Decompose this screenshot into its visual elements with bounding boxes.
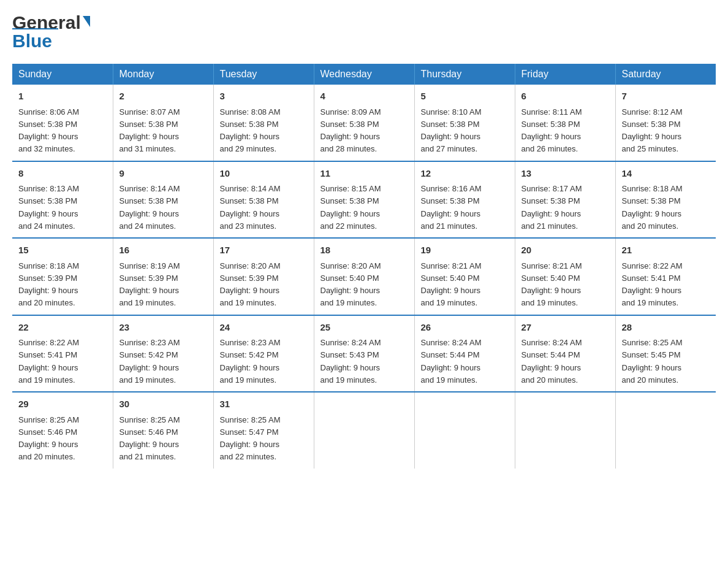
day-number: 25 <box>320 321 408 335</box>
week-row-5: 29Sunrise: 8:25 AMSunset: 5:46 PMDayligh… <box>12 392 716 469</box>
day-info: Sunrise: 8:23 AMSunset: 5:42 PMDaylight:… <box>220 338 281 385</box>
day-info: Sunrise: 8:20 AMSunset: 5:40 PMDaylight:… <box>320 261 381 308</box>
calendar-cell: 18Sunrise: 8:20 AMSunset: 5:40 PMDayligh… <box>314 238 414 315</box>
day-info: Sunrise: 8:21 AMSunset: 5:40 PMDaylight:… <box>421 261 482 308</box>
calendar-cell: 30Sunrise: 8:25 AMSunset: 5:46 PMDayligh… <box>113 392 213 469</box>
calendar-cell <box>314 392 414 469</box>
calendar-cell <box>515 392 615 469</box>
day-number: 24 <box>220 321 308 335</box>
day-info: Sunrise: 8:24 AMSunset: 5:44 PMDaylight:… <box>521 338 582 385</box>
day-info: Sunrise: 8:25 AMSunset: 5:46 PMDaylight:… <box>119 415 180 462</box>
day-info: Sunrise: 8:10 AMSunset: 5:38 PMDaylight:… <box>421 107 482 154</box>
calendar-cell: 20Sunrise: 8:21 AMSunset: 5:40 PMDayligh… <box>515 238 615 315</box>
day-number: 5 <box>421 90 509 104</box>
day-number: 31 <box>220 397 308 412</box>
day-info: Sunrise: 8:15 AMSunset: 5:38 PMDaylight:… <box>320 184 381 231</box>
page-header: General Blue <box>12 12 716 52</box>
day-number: 29 <box>18 397 107 412</box>
header-sunday: Sunday <box>12 64 113 85</box>
header-friday: Friday <box>515 64 615 85</box>
day-info: Sunrise: 8:25 AMSunset: 5:45 PMDaylight:… <box>622 338 683 385</box>
header-wednesday: Wednesday <box>314 64 414 85</box>
day-info: Sunrise: 8:14 AMSunset: 5:38 PMDaylight:… <box>119 184 180 231</box>
logo: General Blue <box>12 12 90 52</box>
calendar-cell: 3Sunrise: 8:08 AMSunset: 5:38 PMDaylight… <box>213 85 314 161</box>
day-info: Sunrise: 8:17 AMSunset: 5:38 PMDaylight:… <box>521 184 582 231</box>
calendar-cell: 23Sunrise: 8:23 AMSunset: 5:42 PMDayligh… <box>113 315 213 393</box>
day-number: 9 <box>119 167 207 181</box>
day-number: 15 <box>18 243 107 258</box>
day-info: Sunrise: 8:06 AMSunset: 5:38 PMDaylight:… <box>18 107 79 154</box>
day-info: Sunrise: 8:18 AMSunset: 5:38 PMDaylight:… <box>622 184 683 231</box>
day-info: Sunrise: 8:07 AMSunset: 5:38 PMDaylight:… <box>119 107 180 154</box>
day-info: Sunrise: 8:24 AMSunset: 5:44 PMDaylight:… <box>421 338 482 385</box>
calendar-cell: 24Sunrise: 8:23 AMSunset: 5:42 PMDayligh… <box>213 315 314 393</box>
calendar-cell: 6Sunrise: 8:11 AMSunset: 5:38 PMDaylight… <box>515 85 615 161</box>
calendar-cell: 16Sunrise: 8:19 AMSunset: 5:39 PMDayligh… <box>113 238 213 315</box>
day-number: 11 <box>320 167 408 181</box>
calendar-cell: 21Sunrise: 8:22 AMSunset: 5:41 PMDayligh… <box>615 238 716 315</box>
day-number: 20 <box>521 243 609 258</box>
day-number: 17 <box>220 243 308 258</box>
day-number: 7 <box>622 90 710 104</box>
calendar-cell: 14Sunrise: 8:18 AMSunset: 5:38 PMDayligh… <box>615 161 716 239</box>
calendar-cell: 19Sunrise: 8:21 AMSunset: 5:40 PMDayligh… <box>414 238 515 315</box>
header-monday: Monday <box>113 64 213 85</box>
day-info: Sunrise: 8:25 AMSunset: 5:46 PMDaylight:… <box>18 415 79 462</box>
day-info: Sunrise: 8:22 AMSunset: 5:41 PMDaylight:… <box>18 338 79 385</box>
calendar-cell: 26Sunrise: 8:24 AMSunset: 5:44 PMDayligh… <box>414 315 515 393</box>
calendar-cell: 12Sunrise: 8:16 AMSunset: 5:38 PMDayligh… <box>414 161 515 239</box>
calendar-cell: 8Sunrise: 8:13 AMSunset: 5:38 PMDaylight… <box>12 161 113 239</box>
week-row-4: 22Sunrise: 8:22 AMSunset: 5:41 PMDayligh… <box>12 315 716 393</box>
day-info: Sunrise: 8:11 AMSunset: 5:38 PMDaylight:… <box>521 107 582 154</box>
week-row-3: 15Sunrise: 8:18 AMSunset: 5:39 PMDayligh… <box>12 238 716 315</box>
day-number: 28 <box>622 321 710 335</box>
calendar-cell: 13Sunrise: 8:17 AMSunset: 5:38 PMDayligh… <box>515 161 615 239</box>
calendar-cell: 17Sunrise: 8:20 AMSunset: 5:39 PMDayligh… <box>213 238 314 315</box>
calendar-cell: 11Sunrise: 8:15 AMSunset: 5:38 PMDayligh… <box>314 161 414 239</box>
day-info: Sunrise: 8:13 AMSunset: 5:38 PMDaylight:… <box>18 184 79 231</box>
calendar-cell: 28Sunrise: 8:25 AMSunset: 5:45 PMDayligh… <box>615 315 716 393</box>
day-number: 10 <box>220 167 308 181</box>
day-number: 2 <box>119 90 207 104</box>
header-saturday: Saturday <box>615 64 716 85</box>
day-info: Sunrise: 8:08 AMSunset: 5:38 PMDaylight:… <box>220 107 281 154</box>
calendar-cell: 22Sunrise: 8:22 AMSunset: 5:41 PMDayligh… <box>12 315 113 393</box>
day-info: Sunrise: 8:14 AMSunset: 5:38 PMDaylight:… <box>220 184 281 231</box>
day-number: 1 <box>18 90 107 104</box>
calendar-cell: 10Sunrise: 8:14 AMSunset: 5:38 PMDayligh… <box>213 161 314 239</box>
day-number: 14 <box>622 167 710 181</box>
calendar-cell: 27Sunrise: 8:24 AMSunset: 5:44 PMDayligh… <box>515 315 615 393</box>
day-number: 18 <box>320 243 408 258</box>
logo-blue: Blue <box>12 28 58 52</box>
calendar-table: SundayMondayTuesdayWednesdayThursdayFrid… <box>12 64 716 469</box>
day-info: Sunrise: 8:24 AMSunset: 5:43 PMDaylight:… <box>320 338 381 385</box>
day-number: 21 <box>622 243 710 258</box>
day-info: Sunrise: 8:19 AMSunset: 5:39 PMDaylight:… <box>119 261 180 308</box>
calendar-cell: 2Sunrise: 8:07 AMSunset: 5:38 PMDaylight… <box>113 85 213 161</box>
logo-triangle-icon <box>83 16 90 27</box>
day-info: Sunrise: 8:12 AMSunset: 5:38 PMDaylight:… <box>622 107 683 154</box>
calendar-cell: 25Sunrise: 8:24 AMSunset: 5:43 PMDayligh… <box>314 315 414 393</box>
day-number: 22 <box>18 321 107 335</box>
day-info: Sunrise: 8:21 AMSunset: 5:40 PMDaylight:… <box>521 261 582 308</box>
day-number: 16 <box>119 243 207 258</box>
day-number: 3 <box>220 90 308 104</box>
calendar-cell <box>414 392 515 469</box>
day-number: 4 <box>320 90 408 104</box>
week-row-2: 8Sunrise: 8:13 AMSunset: 5:38 PMDaylight… <box>12 161 716 239</box>
calendar-cell: 7Sunrise: 8:12 AMSunset: 5:38 PMDaylight… <box>615 85 716 161</box>
header-tuesday: Tuesday <box>213 64 314 85</box>
day-number: 26 <box>421 321 509 335</box>
day-number: 12 <box>421 167 509 181</box>
day-number: 13 <box>521 167 609 181</box>
day-info: Sunrise: 8:18 AMSunset: 5:39 PMDaylight:… <box>18 261 79 308</box>
day-number: 23 <box>119 321 207 335</box>
calendar-header-row: SundayMondayTuesdayWednesdayThursdayFrid… <box>12 64 716 85</box>
calendar-cell <box>615 392 716 469</box>
day-info: Sunrise: 8:23 AMSunset: 5:42 PMDaylight:… <box>119 338 180 385</box>
header-thursday: Thursday <box>414 64 515 85</box>
day-info: Sunrise: 8:16 AMSunset: 5:38 PMDaylight:… <box>421 184 482 231</box>
day-number: 19 <box>421 243 509 258</box>
day-number: 30 <box>119 397 207 412</box>
